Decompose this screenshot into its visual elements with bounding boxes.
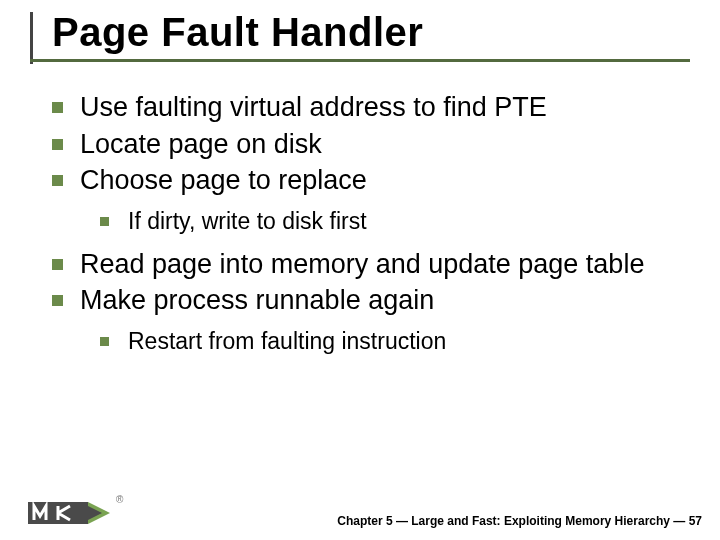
bullet-list: Use faulting virtual address to find PTE… (48, 90, 690, 357)
content-area: Use faulting virtual address to find PTE… (48, 90, 690, 367)
list-item: Use faulting virtual address to find PTE (48, 90, 690, 125)
title-area: Page Fault Handler (30, 10, 700, 62)
bullet-text: Make process runnable again (80, 285, 434, 315)
slide: Page Fault Handler Use faulting virtual … (0, 0, 720, 540)
bullet-text: Choose page to replace (80, 165, 367, 195)
slide-title: Page Fault Handler (30, 10, 700, 55)
list-item: Choose page to replace If dirty, write t… (48, 163, 690, 237)
list-item: Make process runnable again Restart from… (48, 283, 690, 357)
list-item: Restart from faulting instruction (98, 326, 690, 357)
list-item: Read page into memory and update page ta… (48, 247, 690, 282)
sub-bullet-list: If dirty, write to disk first (80, 206, 690, 237)
bullet-text: If dirty, write to disk first (128, 208, 367, 234)
list-item: If dirty, write to disk first (98, 206, 690, 237)
list-item: Locate page on disk (48, 127, 690, 162)
sub-bullet-list: Restart from faulting instruction (80, 326, 690, 357)
registered-mark: ® (116, 494, 123, 505)
bullet-text: Read page into memory and update page ta… (80, 249, 644, 279)
bullet-text: Locate page on disk (80, 129, 322, 159)
bullet-text: Use faulting virtual address to find PTE (80, 92, 547, 122)
bullet-text: Restart from faulting instruction (128, 328, 446, 354)
publisher-logo: ® (28, 496, 123, 530)
mk-logo-icon (28, 496, 112, 530)
title-underline (30, 59, 690, 62)
footer-text: Chapter 5 — Large and Fast: Exploiting M… (337, 514, 702, 528)
